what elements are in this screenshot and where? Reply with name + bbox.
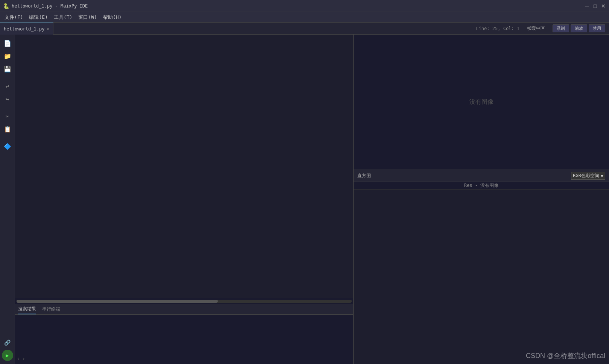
close-button[interactable]: ✕ [601, 3, 606, 9]
horizontal-scrollbar[interactable] [17, 300, 352, 303]
title-text: helloworld_1.py - MaixPy IDE [12, 3, 584, 9]
sidebar-redo[interactable]: ↪ [2, 93, 13, 105]
tab-label: helloworld_1.py [4, 26, 44, 32]
code-container[interactable] [15, 35, 353, 298]
image-preview: 没有图像 [354, 35, 609, 170]
minimize-button[interactable]: ─ [584, 3, 589, 9]
dropdown-icon: ▼ [601, 173, 603, 179]
bottom-tabs: 搜索结果 串行终端 [15, 304, 353, 315]
run-button[interactable]: ▶ [2, 350, 13, 361]
tab-search-results[interactable]: 搜索结果 [18, 304, 36, 314]
title-bar: 🐍 helloworld_1.py - MaixPy IDE ─ □ ✕ [0, 0, 609, 12]
nav-arrows: ‹ › [15, 353, 353, 364]
connect-button[interactable]: 🔗 [2, 337, 13, 348]
sidebar-save[interactable]: 💾 [2, 63, 13, 74]
tab-close-icon[interactable]: ✕ [47, 26, 49, 31]
tab-status-area: Line: 25, Col: 1 帧缓中区 录制 缩放 禁用 [53, 24, 609, 32]
scrollbar-thumb[interactable] [17, 300, 218, 303]
maximize-button[interactable]: □ [592, 3, 598, 9]
left-sidebar: 📄 📁 💾 ↩ ↪ ✂ 📋 🔷 🔗 ▶ [0, 35, 15, 364]
histogram-panel: 直方图 RGB色彩空间 ▼ Res - 没有图像 [354, 170, 609, 364]
cache-area-label: 帧缓中区 [527, 25, 545, 32]
menu-help[interactable]: 帮助(H) [100, 13, 125, 21]
editor-area [15, 35, 353, 304]
no-image-text: 没有图像 [469, 98, 494, 106]
disable-button[interactable]: 禁用 [589, 24, 605, 32]
code-content[interactable] [30, 35, 353, 298]
sidebar-bottom: 🔗 ▶ [2, 337, 13, 364]
sidebar-undo[interactable]: ↩ [2, 80, 13, 92]
sidebar-cut[interactable]: ✂ [2, 111, 13, 122]
menu-edit[interactable]: 编辑(E) [26, 13, 50, 21]
line-numbers [15, 35, 30, 298]
bottom-content [15, 315, 353, 353]
sidebar-open[interactable]: 📁 [2, 50, 13, 62]
menu-bar: 文件(F) 编辑(E) 工具(T) 窗口(W) 帮助(H) [0, 12, 609, 23]
app-icon: 🐍 [3, 3, 9, 9]
record-button[interactable]: 录制 [553, 24, 569, 32]
histogram-title: 直方图 [357, 173, 571, 179]
sidebar-new-file[interactable]: 📄 [2, 38, 13, 49]
tab-serial-terminal[interactable]: 串行终端 [42, 305, 60, 314]
histogram-res: Res - 没有图像 [354, 182, 609, 190]
sidebar-paste[interactable]: 📋 [2, 123, 13, 135]
menu-window[interactable]: 窗口(W) [75, 13, 100, 21]
color-space-dropdown[interactable]: RGB色彩空间 ▼ [571, 172, 605, 180]
sidebar-highlight[interactable]: 🔷 [2, 141, 13, 152]
zoom-button[interactable]: 缩放 [571, 24, 587, 32]
cursor-position: Line: 25, Col: 1 [476, 26, 519, 31]
tab-buttons: 录制 缩放 禁用 [553, 24, 605, 32]
menu-file[interactable]: 文件(F) [2, 13, 26, 21]
nav-right[interactable]: › [22, 355, 26, 362]
window-controls: ─ □ ✕ [584, 3, 606, 9]
menu-tools[interactable]: 工具(T) [51, 13, 75, 21]
tab-bar: helloworld_1.py ✕ Line: 25, Col: 1 帧缓中区 … [0, 23, 609, 35]
nav-left[interactable]: ‹ [17, 355, 20, 362]
tab-helloworld[interactable]: helloworld_1.py ✕ [0, 23, 53, 35]
histogram-header: 直方图 RGB色彩空间 ▼ [354, 170, 609, 182]
bottom-panel: 搜索结果 串行终端 ‹ › [15, 304, 353, 364]
editor-scrollbar[interactable] [15, 298, 353, 304]
right-panel: 没有图像 直方图 RGB色彩空间 ▼ Res - 没有图像 [353, 35, 609, 364]
main-area: 📄 📁 💾 ↩ ↪ ✂ 📋 🔷 🔗 ▶ [0, 35, 609, 364]
